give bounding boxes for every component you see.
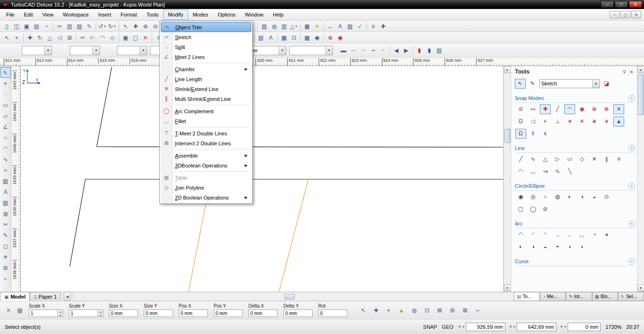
canvas-vertical-scrollbar[interactable]: ▲ ▼ <box>504 66 511 292</box>
no-snap-icon[interactable]: ⊘ <box>515 104 526 114</box>
arc-elliptical-icon[interactable]: ◕ <box>601 230 612 240</box>
external-reference-icon[interactable]: ⊡ <box>289 33 299 42</box>
degrade-warning-icon[interactable]: ▲ <box>396 306 406 315</box>
style-combo-1[interactable]: ▼ <box>22 46 52 55</box>
snap-angle-icon[interactable]: ∧ <box>540 129 551 139</box>
corner-tool-icon[interactable]: ⌐ <box>0 273 11 284</box>
style-combo-2[interactable]: ▼ <box>70 46 100 55</box>
menu-item-split[interactable]: ◌Split <box>161 42 251 52</box>
tab-model[interactable]: ▣Model <box>0 292 30 301</box>
pen-color-swatch-icon[interactable]: ▮ <box>414 46 424 55</box>
circle-3-point-icon[interactable]: ◍ <box>552 192 563 202</box>
menu-item-2d-boolean-operations[interactable]: 2D Boolean Operations▶ <box>161 192 251 202</box>
menu-item-line-length[interactable]: ╱Line Length <box>161 74 251 84</box>
tangent-from-arc-icon[interactable]: ◡ <box>528 167 538 176</box>
pattern-dot-icon[interactable]: ┈ <box>378 46 388 55</box>
brush-color-swatch-icon[interactable]: ▮ <box>424 46 434 55</box>
panel-scrollbar[interactable]: ▲ ▼ <box>637 66 644 292</box>
irregular-polygon-icon[interactable]: ▷ <box>552 154 563 164</box>
y-coordinate-input[interactable]: 642,69 mm <box>517 323 556 331</box>
arc-concentric-icon[interactable]: ◜ <box>528 230 538 240</box>
menu-item-table[interactable]: ▦Table <box>161 173 251 183</box>
arc-tangent-icon[interactable]: ◞ <box>552 230 563 240</box>
ungroup-icon[interactable]: ▢ <box>131 33 140 42</box>
solid-tool-icon[interactable]: ▧ <box>0 175 11 186</box>
menu-item-fillet[interactable]: ◡Fillet <box>161 116 251 126</box>
explode-icon[interactable]: ✕ <box>140 33 150 42</box>
text-tool-icon[interactable]: A <box>0 186 11 197</box>
grid-tool-icon[interactable]: ⊞ <box>0 262 11 273</box>
spinner-down-icon[interactable]: ▼ <box>98 313 103 317</box>
circle-tangent-arc-icon[interactable]: ◐ <box>564 192 575 202</box>
cone-3d-icon[interactable]: △▼ <box>289 22 299 31</box>
select-icon[interactable]: ↖ <box>0 67 11 78</box>
x-coordinate-input[interactable]: 926,59 mm <box>466 323 505 331</box>
arc-rotated-icon[interactable]: ◐ <box>515 242 526 252</box>
rect-tool-icon[interactable]: ▭ <box>0 100 11 110</box>
render-scene-icon[interactable]: ◉ <box>312 33 322 42</box>
menu-item-3dboolean-operations[interactable]: 3DBoolean Operations▶ <box>161 160 251 170</box>
materials-icon[interactable]: ▩ <box>302 22 312 31</box>
canvas-hscroll-thumb[interactable] <box>284 294 295 300</box>
select-icon[interactable]: ↖ <box>121 22 131 31</box>
pos-y-input[interactable]: 0 mm <box>214 309 243 317</box>
edit-select-icon[interactable]: ⌖ <box>0 78 11 89</box>
redo-icon[interactable]: ↻▼ <box>107 22 117 31</box>
scroll-up-icon[interactable]: ▲ <box>504 66 511 73</box>
delta-x-input[interactable]: 0 mm <box>248 309 278 317</box>
circle-excentric-icon[interactable]: ⊙ <box>601 192 612 202</box>
pattern-solid-icon[interactable]: ─ <box>348 46 358 55</box>
z-coordinate-input[interactable]: 0 mm <box>568 323 601 331</box>
multiline-icon[interactable]: ≡ <box>613 154 624 164</box>
size-y-input[interactable]: 0 mm <box>144 309 173 317</box>
mdi-close-button[interactable]: ✕ <box>631 11 641 18</box>
collapse-chevron-icon[interactable]: « <box>628 220 635 227</box>
parallel-line-icon[interactable]: ∥ <box>601 154 612 164</box>
arc-3-point-icon[interactable]: ◟ <box>564 230 575 240</box>
format-brush-icon[interactable]: ✎ <box>84 22 94 31</box>
spinner-up-icon[interactable]: ▲ <box>98 310 103 313</box>
paste-icon[interactable]: ▨ <box>74 22 84 31</box>
snap-toggle-icon[interactable]: ⊕ <box>325 33 335 42</box>
copy-icon[interactable]: ▥ <box>65 22 74 31</box>
circle-2-point-icon[interactable]: ○ <box>540 192 551 202</box>
tab-scroll-left-icon[interactable]: ◀ <box>64 292 71 301</box>
mirror-icon[interactable]: ◁ <box>55 33 65 42</box>
cut-icon[interactable]: ✂ <box>55 22 65 31</box>
canvas-horizontal-scrollbar[interactable] <box>73 292 514 301</box>
wave-line-icon[interactable]: ∿ <box>552 167 563 176</box>
canvas-vscroll-thumb[interactable] <box>504 129 511 143</box>
angle-tool-icon[interactable]: ∠ <box>0 121 11 132</box>
menu-modify[interactable]: Modify <box>163 9 188 20</box>
lights-icon[interactable]: ☀ <box>312 22 322 31</box>
menu-insert[interactable]: Insert <box>93 9 116 20</box>
reference-box-icon[interactable]: ⊡ <box>422 306 432 315</box>
panel-scroll-up-icon[interactable]: ▲ <box>637 66 644 73</box>
scale-icon[interactable]: △ <box>45 33 55 42</box>
menu-workspace[interactable]: Workspace <box>58 9 93 20</box>
rectangle-icon[interactable]: ▭ <box>564 154 575 164</box>
circle-center-radius-icon[interactable]: ◉ <box>515 192 526 202</box>
drawing-line[interactable] <box>70 179 85 267</box>
menu-file[interactable]: File <box>1 9 19 20</box>
arrow-end-icon[interactable]: ▶ <box>401 46 411 55</box>
palette-tab-to[interactable]: ▤To... <box>514 292 540 301</box>
menu-item-object-trim[interactable]: ✂Object Trim <box>161 22 251 32</box>
corner-handle-icon[interactable]: ⌐ <box>473 306 483 315</box>
geo-toggle-button[interactable]: GEO <box>442 324 453 330</box>
grid-cross-icon[interactable]: ⊠ <box>460 306 470 315</box>
menu-item-join-polyline[interactable]: ◇Join Polyline <box>161 183 251 192</box>
panel-scroll-down-icon[interactable]: ▼ <box>637 284 644 292</box>
circle-concentric-icon[interactable]: ◎ <box>528 192 538 202</box>
hatch-pattern-icon[interactable]: ▨ <box>434 46 444 55</box>
array-icon[interactable]: ⊞ <box>65 33 74 42</box>
collapse-chevron-icon[interactable]: « <box>628 95 635 101</box>
drawing-line[interactable] <box>279 179 308 292</box>
circle-tangent-line-icon[interactable]: ◑ <box>577 192 587 202</box>
arc-quarter-icon[interactable]: ◑ <box>528 242 538 252</box>
pattern-dashdot-icon[interactable]: ┅ <box>368 46 378 55</box>
text-icon[interactable]: A <box>335 22 345 31</box>
line-icon[interactable]: ╱ <box>515 154 526 164</box>
arc-complement-tool-icon[interactable]: ◔ <box>589 230 600 240</box>
open-icon[interactable]: ◫ <box>12 22 22 31</box>
